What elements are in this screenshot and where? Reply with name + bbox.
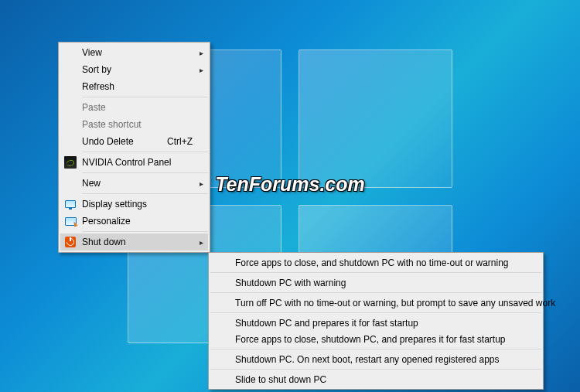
menu-sort-by[interactable]: Sort by (60, 61, 208, 78)
submenu-turn-off[interactable]: Turn off PC with no time-out or warning,… (210, 295, 541, 311)
menu-label: Sort by (82, 64, 111, 75)
separator (210, 312, 541, 313)
menu-paste-shortcut: Paste shortcut (60, 116, 208, 133)
menu-refresh[interactable]: Refresh (60, 78, 208, 95)
separator (82, 172, 208, 173)
separator (210, 349, 541, 349)
menu-label: Shut down (82, 237, 126, 247)
personalize-icon (64, 215, 77, 227)
menu-label: Paste shortcut (82, 119, 142, 130)
menu-new[interactable]: New (60, 175, 208, 192)
separator (210, 369, 541, 370)
menu-label: Undo Delete (82, 136, 134, 147)
separator (210, 292, 541, 293)
shutdown-submenu: Force apps to close, and shutdown PC wit… (208, 252, 544, 390)
submenu-with-warning[interactable]: Shutdown PC with warning (210, 274, 541, 291)
menu-view[interactable]: View (60, 44, 208, 61)
menu-label: Paste (82, 102, 106, 113)
submenu-label: Turn off PC with no time-out or warning,… (235, 298, 555, 308)
menu-undo-delete[interactable]: Undo DeleteCtrl+Z (60, 133, 208, 150)
submenu-force-close-fast[interactable]: Force apps to close, shutdown PC, and pr… (210, 331, 541, 347)
submenu-next-boot[interactable]: Shutdown PC. On next boot, restart any o… (210, 351, 541, 367)
menu-label: View (82, 47, 102, 58)
nvidia-icon (64, 156, 77, 169)
pane (299, 49, 452, 188)
submenu-label: Force apps to close, and shutdown PC wit… (235, 257, 509, 268)
separator (82, 97, 208, 97)
separator (210, 272, 541, 273)
menu-paste: Paste (60, 99, 208, 116)
submenu-label: Shutdown PC and prepares it for fast sta… (235, 318, 418, 329)
desktop-context-menu: View Sort by Refresh Paste Paste shortcu… (58, 42, 210, 253)
menu-label: Refresh (82, 81, 114, 92)
shutdown-icon (64, 236, 77, 248)
menu-personalize[interactable]: Personalize (60, 213, 208, 230)
submenu-force-close[interactable]: Force apps to close, and shutdown PC wit… (210, 254, 541, 271)
display-icon (64, 198, 77, 210)
submenu-label: Shutdown PC. On next boot, restart any o… (235, 354, 500, 365)
submenu-slide[interactable]: Slide to shut down PC (210, 371, 541, 387)
separator (82, 231, 208, 232)
shortcut-label: Ctrl+Z (167, 136, 193, 147)
menu-label: New (82, 178, 101, 189)
submenu-label: Shutdown PC with warning (235, 278, 346, 288)
submenu-fast-startup[interactable]: Shutdown PC and prepares it for fast sta… (210, 315, 541, 331)
menu-display-settings[interactable]: Display settings (60, 196, 208, 213)
separator (82, 152, 208, 152)
menu-label: Personalize (82, 216, 131, 227)
menu-label: Display settings (82, 199, 147, 210)
menu-nvidia[interactable]: NVIDIA Control Panel (60, 154, 208, 171)
separator (82, 193, 208, 194)
menu-shut-down[interactable]: Shut down (60, 233, 208, 251)
menu-label: NVIDIA Control Panel (82, 157, 171, 168)
submenu-label: Force apps to close, shutdown PC, and pr… (235, 334, 506, 345)
submenu-label: Slide to shut down PC (235, 374, 326, 385)
